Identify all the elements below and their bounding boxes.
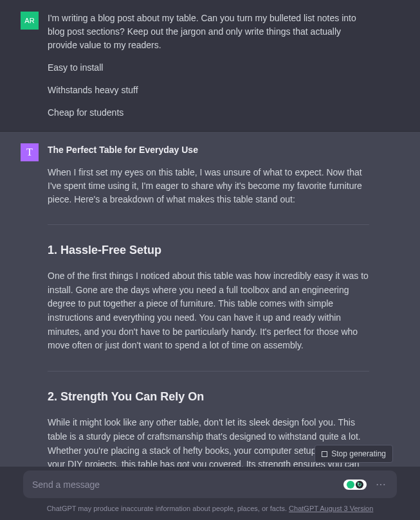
section-heading: 2. Strength You Can Rely On — [48, 388, 369, 406]
assistant-title: The Perfect Table for Everyday Use — [48, 143, 369, 157]
footer-text: ChatGPT may produce inaccurate informati… — [47, 505, 289, 512]
section-divider — [48, 224, 369, 225]
section-body: One of the first things I noticed about … — [48, 269, 369, 353]
user-text-line: I'm writing a blog post about my table. … — [48, 12, 369, 52]
user-text-line: Easy to install — [48, 61, 369, 75]
section-divider — [48, 371, 369, 372]
assistant-avatar-glyph: T — [26, 147, 33, 158]
badge-refresh-icon: ↻ — [356, 481, 363, 489]
badge-dot-icon — [347, 481, 354, 489]
more-options-icon[interactable]: ⋯ — [374, 478, 388, 490]
stop-generating-button[interactable]: Stop generating — [315, 445, 393, 463]
user-message-content: I'm writing a blog post about my table. … — [48, 12, 369, 120]
version-link[interactable]: ChatGPT August 3 Version — [289, 505, 373, 512]
footer-disclaimer: ChatGPT may produce inaccurate informati… — [0, 505, 420, 520]
extension-badge[interactable]: ↻ — [343, 480, 367, 490]
section-heading: 1. Hassle-Free Setup — [48, 242, 369, 259]
user-avatar-initials: AR — [24, 17, 34, 24]
message-input-container: ↻ ⋯ — [23, 471, 397, 498]
composer-area: Stop generating ↻ ⋯ ChatGPT may produce … — [0, 467, 420, 520]
user-text-line: Withstands heavy stuff — [48, 84, 369, 97]
user-message-row: AR I'm writing a blog post about my tabl… — [0, 0, 420, 132]
assistant-avatar: T — [21, 143, 39, 161]
user-text-line: Cheap for students — [48, 106, 369, 120]
assistant-message-row: T The Perfect Table for Everyday Use Whe… — [0, 132, 420, 469]
user-avatar: AR — [21, 12, 39, 30]
stop-label: Stop generating — [331, 449, 386, 458]
assistant-intro: When I first set my eyes on this table, … — [48, 166, 369, 206]
assistant-message-content: The Perfect Table for Everyday Use When … — [48, 143, 369, 469]
stop-icon — [322, 451, 327, 457]
message-input[interactable] — [32, 480, 338, 490]
section-body-text: While it might look like any other table… — [48, 417, 361, 469]
